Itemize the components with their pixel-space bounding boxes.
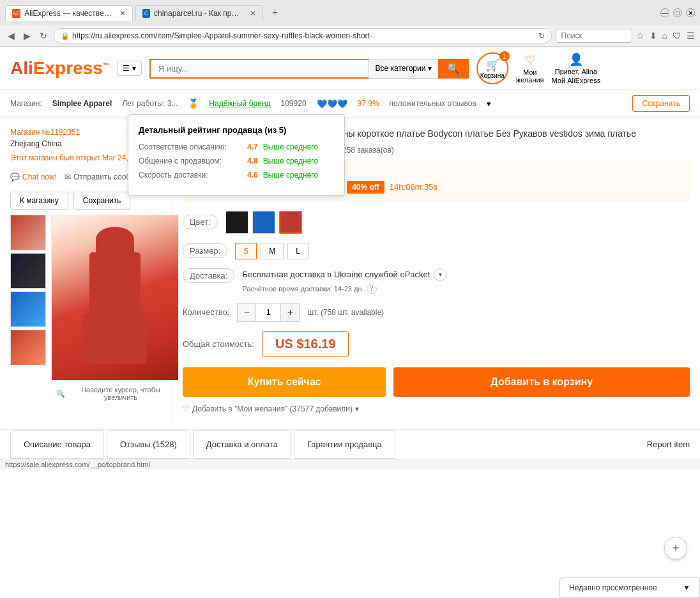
menu-button-ae[interactable]: ☰ ▾ bbox=[117, 61, 142, 76]
ae-logo[interactable]: AliExpress™ bbox=[10, 58, 109, 79]
browser-actions: ☆ ⬇ ⌂ 🛡 ☰ bbox=[636, 31, 695, 41]
ae-header: AliExpress™ ☰ ▾ Все категории ▾ 🔍 🛒 1 Ко… bbox=[0, 47, 700, 90]
seller-rating-score-1: 4.7 bbox=[247, 142, 258, 151]
size-l-button[interactable]: L bbox=[287, 243, 308, 259]
info-icon[interactable]: ? bbox=[367, 284, 377, 294]
seller-rating-row-1: Соответствие описанию: 4.7 Выше среднего bbox=[139, 142, 334, 151]
minimize-button[interactable]: — bbox=[660, 8, 669, 17]
home-button[interactable]: ⌂ bbox=[662, 31, 667, 41]
tab-chinaparcel[interactable]: C chinaparcel.ru - Как правильн... ✕ bbox=[135, 5, 263, 21]
user-nav[interactable]: 👤 Привет, Alina Мой AliExpress bbox=[552, 52, 601, 84]
quantity-controls: − 1 + bbox=[237, 303, 300, 322]
stock-info: шт. (758 шт. available) bbox=[307, 308, 384, 317]
close-button[interactable]: ✕ bbox=[686, 8, 695, 17]
quantity-increase-button[interactable]: + bbox=[281, 303, 299, 321]
envelope-icon: ✉ bbox=[65, 172, 71, 181]
store-rating: 97.9% bbox=[358, 99, 379, 108]
seller-rating-label-1: Соответствие описанию: bbox=[139, 142, 247, 151]
tab-favicon-chinaparcel: C bbox=[142, 9, 150, 18]
download-button[interactable]: ⬇ bbox=[650, 31, 657, 41]
thumbnail-4[interactable] bbox=[10, 330, 46, 365]
size-s-button[interactable]: S bbox=[235, 243, 257, 259]
color-swatches bbox=[225, 211, 302, 234]
add-to-cart-button[interactable]: Добавить в корзину bbox=[393, 367, 690, 397]
thumbnail-3[interactable] bbox=[10, 291, 46, 327]
status-bar: https://sale.aliexpress.com/__pc/topbran… bbox=[0, 459, 700, 470]
tab-close-chinaparcel[interactable]: ✕ bbox=[250, 9, 256, 18]
size-label: Размер: bbox=[183, 243, 227, 258]
browser-chrome: AE AliExpress — качественн... ✕ C chinap… bbox=[0, 0, 700, 47]
quantity-decrease-button[interactable]: − bbox=[238, 303, 255, 321]
forward-button[interactable]: ▶ bbox=[21, 29, 33, 42]
browser-search-input[interactable] bbox=[556, 29, 632, 43]
address-refresh-icon: ↻ bbox=[538, 31, 545, 40]
cart-bag-icon: 🛒 bbox=[485, 58, 499, 72]
to-store-button[interactable]: К магазину bbox=[10, 192, 68, 210]
seller-rating-label-3: Скорость доставки: bbox=[139, 171, 247, 180]
menu-button[interactable]: ☰ bbox=[687, 31, 695, 41]
total-row: Общая стоимость: US $16.19 bbox=[183, 331, 690, 357]
nav-item-seller-guarantees[interactable]: Гарантии продавца bbox=[294, 430, 395, 459]
address-bar: ◀ ▶ ↻ 🔒 https://ru.aliexpress.com/item/S… bbox=[0, 26, 700, 47]
cart-icon[interactable]: 🛒 1 Корзина bbox=[476, 52, 508, 84]
zoom-icon: 🔍 bbox=[56, 390, 65, 398]
total-price: US $16.19 bbox=[275, 337, 336, 351]
user-label: Мой AliExpress bbox=[552, 77, 601, 84]
tab-aliexpress[interactable]: AE AliExpress — качественн... ✕ bbox=[5, 5, 133, 21]
save-seller-button[interactable]: Сохранить bbox=[73, 192, 131, 210]
delivery-toggle-button[interactable]: ▾ bbox=[434, 268, 446, 281]
heart-icon: ♡ bbox=[525, 53, 535, 67]
total-label: Общая стоимость: bbox=[183, 339, 254, 349]
new-tab-button[interactable]: + bbox=[266, 4, 284, 22]
address-input[interactable]: 🔒 https://ru.aliexpress.com/item/Simplee… bbox=[54, 28, 552, 43]
report-item-link[interactable]: Report item bbox=[647, 431, 690, 458]
bookmark-star-button[interactable]: ☆ bbox=[636, 31, 644, 41]
tab-close-aliexpress[interactable]: ✕ bbox=[119, 9, 126, 18]
nav-item-description[interactable]: Описание товара bbox=[10, 430, 104, 459]
size-options: S M L bbox=[235, 243, 308, 259]
save-store-button[interactable]: Сохранить bbox=[632, 95, 690, 112]
maximize-button[interactable]: □ bbox=[673, 8, 682, 17]
thumbnail-1[interactable] bbox=[10, 215, 46, 250]
wishlist-dropdown-icon[interactable]: ▾ bbox=[355, 404, 359, 413]
cart-label: Корзина bbox=[480, 72, 505, 79]
nav-item-shipping[interactable]: Доставка и оплата bbox=[193, 430, 291, 459]
seller-tooltip: Детальный рейтинг продавца (из 5) Соотве… bbox=[128, 114, 345, 195]
ae-search-input[interactable] bbox=[149, 59, 369, 79]
store-orders: 109920 bbox=[281, 99, 307, 108]
thumbnail-list bbox=[10, 215, 46, 406]
ae-search-button[interactable]: 🔍 bbox=[438, 59, 469, 79]
wishlist-text: Добавить в "Мои желания" (37577 добавили… bbox=[192, 404, 353, 413]
nav-item-reviews[interactable]: Отзывы (1528) bbox=[107, 430, 190, 459]
size-m-button[interactable]: M bbox=[261, 243, 284, 259]
trusted-brand-link[interactable]: Надёжный бренд bbox=[209, 99, 270, 108]
color-swatch-red[interactable] bbox=[279, 211, 302, 234]
wishlist-row[interactable]: ♡ Добавить в "Мои желания" (37577 добави… bbox=[183, 404, 690, 413]
address-text: https://ru.aliexpress.com/item/Simplee-A… bbox=[72, 31, 536, 40]
store-hearts: 💙💙💙 bbox=[317, 99, 347, 109]
thumbnail-2[interactable] bbox=[10, 253, 46, 289]
color-swatch-black[interactable] bbox=[225, 211, 248, 234]
seller-rating-desc-2: Выше среднего bbox=[263, 157, 318, 165]
buy-now-button[interactable]: Купить сейчас bbox=[183, 367, 386, 397]
seller-rating-desc-3: Выше среднего bbox=[263, 171, 318, 180]
store-name[interactable]: Simplee Apparel bbox=[52, 99, 112, 108]
delivery-label: Доставка: bbox=[183, 268, 234, 283]
main-content: Магазин №1192351 Zhejiang China Этот маг… bbox=[0, 118, 700, 424]
window-controls: — □ ✕ bbox=[660, 8, 695, 17]
color-label: Цвет: bbox=[183, 215, 218, 229]
seller-rating-row-3: Скорость доставки: 4.6 Выше среднего bbox=[139, 171, 334, 180]
category-dropdown[interactable]: Все категории ▾ bbox=[369, 59, 438, 79]
refresh-button[interactable]: ↻ bbox=[37, 29, 50, 42]
tab-favicon-aliexpress: AE bbox=[12, 9, 20, 18]
search-container: Все категории ▾ 🔍 bbox=[149, 59, 469, 79]
delivery-info: Бесплатная доставка в Ukraine службой eP… bbox=[242, 268, 446, 294]
chat-now-button[interactable]: 💬 Chat now! bbox=[10, 172, 57, 181]
title-bar: AE AliExpress — качественн... ✕ C chinap… bbox=[0, 0, 700, 26]
main-product-image bbox=[51, 215, 179, 381]
color-swatch-blue[interactable] bbox=[252, 211, 275, 234]
wishlist-nav[interactable]: ♡ Мои желания bbox=[516, 53, 544, 84]
back-button[interactable]: ◀ bbox=[5, 29, 17, 42]
rating-dropdown-icon[interactable]: ▾ bbox=[487, 99, 491, 109]
extensions-button[interactable]: 🛡 bbox=[673, 31, 681, 41]
